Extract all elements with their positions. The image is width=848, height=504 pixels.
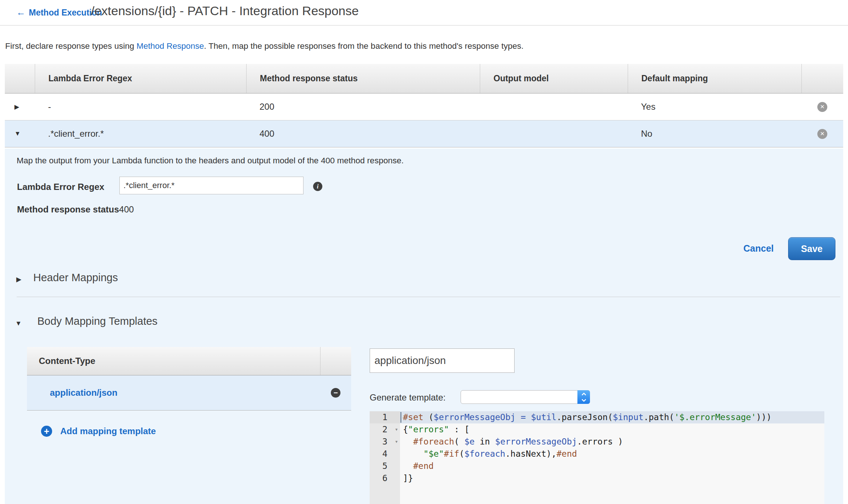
- back-link-method-execution[interactable]: ←Method Execution: [16, 8, 102, 18]
- fold-arrow-icon[interactable]: ▾: [395, 423, 398, 436]
- delete-response-icon[interactable]: ✕: [817, 102, 827, 112]
- cancel-button[interactable]: Cancel: [743, 243, 774, 254]
- code-token: $input: [613, 412, 644, 422]
- code-token: [403, 437, 413, 446]
- header-default-mapping: Default mapping: [628, 64, 801, 93]
- select-chevrons-icon: [577, 390, 590, 404]
- gutter-line-number: 3▾: [370, 436, 400, 448]
- header-actions-column: [801, 64, 843, 93]
- gutter-line-number: 5: [370, 460, 400, 472]
- content-type-link[interactable]: application/json: [27, 388, 320, 398]
- code-token: #foreach: [413, 437, 454, 446]
- code-line: #end: [400, 460, 824, 472]
- lambda-error-regex-cell: .*client_error.*: [35, 129, 246, 139]
- code-line: #set ($errorMessageObj = $util.parseJson…: [400, 411, 824, 423]
- content-type-table-header: Content-Type: [27, 347, 351, 375]
- gutter-line-number: 1: [370, 411, 400, 423]
- text-caret: [400, 412, 401, 423]
- code-token: ))): [756, 412, 772, 422]
- code-token: (: [423, 412, 434, 422]
- integration-response-page: ←Method Execution /extensions/{id} - PAT…: [0, 0, 848, 504]
- remove-content-type-icon[interactable]: −: [331, 388, 340, 398]
- code-line: "$e"#if($foreach.hasNext),#end: [400, 448, 824, 460]
- page-title: /extensions/{id} - PATCH - Integration R…: [91, 4, 359, 18]
- method-response-status-cell: 400: [246, 129, 480, 139]
- lambda-error-regex-input[interactable]: [119, 177, 303, 194]
- add-mapping-template-button[interactable]: + Add mapping template: [41, 426, 156, 437]
- response-row: ▶-200Yes✕: [5, 93, 843, 120]
- content-type-row: application/json−: [27, 375, 351, 411]
- code-token: $e: [464, 437, 475, 446]
- code-token: .parseJson(: [556, 412, 613, 422]
- code-token: (: [454, 437, 464, 446]
- code-token: $foreach: [464, 449, 505, 459]
- expand-row-icon[interactable]: ▶: [5, 103, 35, 111]
- header-method-response-status: Method response status: [246, 64, 480, 93]
- code-token: #if: [444, 449, 459, 459]
- content-type-column-header: Content-Type: [27, 356, 320, 366]
- code-token: #set: [403, 412, 423, 422]
- method-response-status-value: 400: [119, 204, 134, 214]
- response-table-header: Lambda Error Regex Method response statu…: [5, 64, 843, 93]
- code-token: '$.errorMessage': [674, 412, 756, 422]
- header-mappings-collapsed-icon[interactable]: ▶: [16, 276, 21, 283]
- code-token: .errors ): [577, 437, 623, 446]
- save-button[interactable]: Save: [788, 237, 835, 260]
- generate-template-select[interactable]: [461, 390, 590, 404]
- code-line: {"errors" : [: [400, 423, 824, 436]
- intro-after: . Then, map the possible responses from …: [204, 41, 523, 51]
- default-mapping-cell: No: [628, 129, 801, 139]
- add-plus-icon: +: [41, 426, 52, 437]
- integration-response-table: Lambda Error Regex Method response statu…: [5, 64, 843, 147]
- info-icon[interactable]: i: [313, 182, 322, 191]
- header-output-model: Output model: [480, 64, 628, 93]
- content-type-table: Content-Type application/json−: [27, 347, 351, 411]
- intro-before: First, declare response types using: [5, 41, 136, 51]
- intro-text: First, declare response types using Meth…: [5, 41, 523, 51]
- code-token: $errorMessageObj: [495, 437, 577, 446]
- section-body-mapping-templates[interactable]: Body Mapping Templates: [37, 315, 157, 327]
- section-header-mappings[interactable]: Header Mappings: [33, 272, 118, 284]
- generate-template-label: Generate template:: [370, 392, 445, 403]
- body-mapping-expanded-icon[interactable]: ▼: [15, 320, 22, 327]
- code-token: $util: [531, 412, 556, 422]
- lambda-error-regex-label: Lambda Error Regex: [17, 182, 104, 192]
- code-token: .path(: [644, 412, 674, 422]
- method-response-link[interactable]: Method Response: [136, 41, 204, 51]
- gutter-line-number: 6: [370, 472, 400, 484]
- gutter-line-number: 2▾: [370, 423, 400, 436]
- code-token: .hasNext),: [505, 449, 556, 459]
- method-response-status-row: Method response status400: [17, 204, 134, 215]
- response-row: ▼.*client_error.*400No✕: [5, 120, 843, 147]
- code-token: #end: [556, 449, 577, 459]
- code-token: #end: [413, 461, 434, 471]
- delete-response-icon[interactable]: ✕: [817, 129, 827, 139]
- code-line: ]}: [400, 472, 824, 484]
- default-mapping-cell: Yes: [628, 102, 801, 112]
- header-lambda-error-regex: Lambda Error Regex: [35, 64, 246, 93]
- lambda-error-regex-cell: -: [35, 102, 246, 112]
- code-token: [403, 449, 423, 459]
- method-response-status-cell: 200: [246, 102, 480, 112]
- content-type-actions-column: [320, 347, 351, 375]
- page-header: ←Method Execution /extensions/{id} - PAT…: [0, 0, 848, 25]
- code-token: {: [403, 425, 408, 434]
- code-token: "$e": [423, 449, 444, 459]
- code-line: #foreach( $e in $errorMessageObj.errors …: [400, 436, 824, 448]
- section-divider: [17, 297, 840, 297]
- fold-arrow-icon[interactable]: ▾: [395, 436, 398, 448]
- code-token: ]}: [403, 473, 413, 483]
- back-arrow-icon: ←: [16, 8, 26, 17]
- code-token: $errorMessageObj: [434, 412, 516, 422]
- collapse-row-icon[interactable]: ▼: [5, 130, 35, 137]
- gutter-line-number: 4: [370, 448, 400, 460]
- code-token: =: [516, 412, 531, 422]
- code-token: (: [459, 449, 464, 459]
- response-400-detail-panel: Map the output from your Lambda function…: [5, 149, 843, 504]
- code-token: : [: [449, 425, 469, 434]
- code-editor[interactable]: 12▾3▾456 #set ($errorMessageObj = $util.…: [370, 411, 824, 504]
- content-type-input[interactable]: [370, 348, 515, 373]
- code-token: "errors": [408, 425, 449, 434]
- method-response-status-label: Method response status: [17, 204, 119, 214]
- add-mapping-template-label: Add mapping template: [60, 426, 156, 436]
